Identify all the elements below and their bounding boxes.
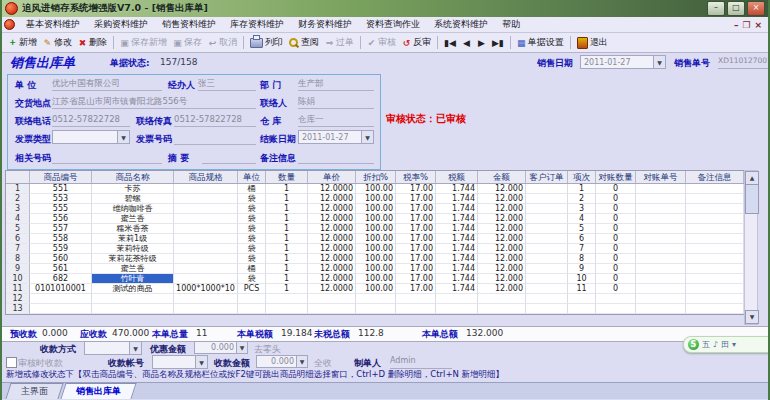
menu-item-3[interactable]: 库存资料维护	[223, 17, 291, 32]
column-header-unit[interactable]: 单位	[238, 171, 266, 183]
cell-unit[interactable]: 袋	[238, 214, 266, 224]
toolbar-button-查阅[interactable]: 查阅	[286, 35, 322, 50]
maximize-icon[interactable]: □	[727, 1, 745, 16]
column-header-price[interactable]: 单价	[308, 171, 356, 183]
cell-code[interactable]	[30, 294, 92, 304]
cell-spec[interactable]	[174, 224, 238, 234]
cell-code[interactable]: 561	[30, 264, 92, 274]
cell-recon_qty[interactable]	[596, 294, 636, 304]
cell-line[interactable]	[568, 304, 596, 314]
column-header-qty[interactable]: 数量	[266, 171, 308, 183]
cell-tax_rate[interactable]: 17.00	[396, 204, 436, 214]
cell-price[interactable]: 12.0000	[308, 184, 356, 194]
cell-discount[interactable]: 100.00	[356, 274, 396, 284]
cell-unit[interactable]: 袋	[238, 224, 266, 234]
cell-tax[interactable]: 1.744	[436, 194, 478, 204]
cell-cust_order[interactable]	[526, 294, 568, 304]
cell-name[interactable]: 糯米香茶	[92, 224, 174, 234]
cell-cust_order[interactable]	[526, 224, 568, 234]
cell-price[interactable]: 12.0000	[308, 284, 356, 294]
agent-field[interactable]: 张三	[198, 78, 256, 91]
cell-tax[interactable]: 1.744	[436, 204, 478, 214]
cell-no[interactable]: 3	[6, 204, 30, 214]
cell-tax[interactable]: 1.744	[436, 264, 478, 274]
cell-amount[interactable]: 12.000	[478, 254, 526, 264]
cell-tax[interactable]: 1.744	[436, 284, 478, 294]
department-field[interactable]: 生产部	[298, 78, 374, 91]
cell-price[interactable]: 12.0000	[308, 244, 356, 254]
cell-recon_no[interactable]	[636, 274, 686, 284]
cell-amount[interactable]	[478, 294, 526, 304]
cell-note[interactable]	[686, 234, 744, 244]
cell-unit[interactable]	[238, 304, 266, 314]
cell-name[interactable]: 测试的商品	[92, 284, 174, 294]
cell-cust_order[interactable]	[526, 254, 568, 264]
menu-item-2[interactable]: 销售资料维护	[155, 17, 223, 32]
sogou-input-icon[interactable]: S	[688, 339, 699, 350]
cell-amount[interactable]: 12.000	[478, 284, 526, 294]
tab-销售出库单[interactable]: 销售出库单	[60, 383, 136, 399]
cell-name[interactable]: 茉莉特级	[92, 244, 174, 254]
cell-name[interactable]: 卡苏	[92, 184, 174, 194]
cell-recon_no[interactable]	[636, 304, 686, 314]
payment-method-combo[interactable]: ▼	[84, 341, 142, 355]
cell-unit[interactable]: 桶	[238, 264, 266, 274]
cell-qty[interactable]: 1	[266, 204, 308, 214]
cell-qty[interactable]: 1	[266, 284, 308, 294]
cell-tax[interactable]: 1.744	[436, 234, 478, 244]
sale-date-combo[interactable]: 2011-01-27 ▼	[580, 55, 666, 69]
toolbar-button-保存新增[interactable]: ▣保存新增	[117, 35, 170, 50]
toolbar-button-last-record-icon[interactable]: ▶▮	[489, 37, 507, 49]
cell-name[interactable]: 茉莉1级	[92, 234, 174, 244]
cell-qty[interactable]: 1	[266, 194, 308, 204]
cell-qty[interactable]: 1	[266, 274, 308, 284]
cell-tax[interactable]: 1.744	[436, 274, 478, 284]
column-header-recon_qty[interactable]: 对账数量	[596, 171, 636, 183]
cell-recon_qty[interactable]: 0	[596, 264, 636, 274]
cell-tax_rate[interactable]: 17.00	[396, 284, 436, 294]
cell-no[interactable]: 11	[6, 284, 30, 294]
menu-item-5[interactable]: 资料查询作业	[359, 17, 427, 32]
cell-qty[interactable]: 1	[266, 224, 308, 234]
invoice-no-field[interactable]	[174, 132, 256, 145]
cell-no[interactable]: 1	[6, 184, 30, 194]
cell-line[interactable]: 5	[568, 224, 596, 234]
cell-recon_qty[interactable]: 0	[596, 214, 636, 224]
column-header-note[interactable]: 备注信息	[686, 171, 744, 183]
cell-tax[interactable]: 1.744	[436, 184, 478, 194]
cell-recon_no[interactable]	[636, 214, 686, 224]
summary-field[interactable]	[202, 151, 256, 164]
cell-note[interactable]	[686, 224, 744, 234]
toolbar-button-取消[interactable]: ↩取消	[205, 35, 240, 50]
cell-line[interactable]: 8	[568, 254, 596, 264]
vertical-scrollbar[interactable]: ▲ ▼	[744, 170, 758, 325]
cell-line[interactable]: 2	[568, 194, 596, 204]
column-header-name[interactable]: 商品名称	[92, 171, 174, 183]
cell-qty[interactable]: 1	[266, 244, 308, 254]
mdi-minimize-icon[interactable]: –	[734, 19, 739, 31]
wubi-mode-icon[interactable]: 五	[702, 338, 710, 351]
cell-discount[interactable]: 100.00	[356, 184, 396, 194]
scrollbar-thumb[interactable]	[745, 184, 759, 214]
cell-spec[interactable]	[174, 194, 238, 204]
cell-no[interactable]: 4	[6, 214, 30, 224]
cell-note[interactable]	[686, 244, 744, 254]
cell-tax_rate[interactable]: 17.00	[396, 254, 436, 264]
cell-code[interactable]: 551	[30, 184, 92, 194]
toolbar-button-审核[interactable]: ✔审核	[364, 35, 399, 50]
cell-cust_order[interactable]	[526, 244, 568, 254]
cell-note[interactable]	[686, 254, 744, 264]
tab-主界面[interactable]: 主界面	[5, 383, 63, 399]
cell-price[interactable]: 12.0000	[308, 214, 356, 224]
close-icon[interactable]: ×	[747, 1, 765, 16]
cell-note[interactable]	[686, 184, 744, 194]
cell-amount[interactable]: 12.000	[478, 244, 526, 254]
warehouse-field[interactable]: 仓库一	[298, 114, 374, 127]
cell-price[interactable]: 12.0000	[308, 254, 356, 264]
cell-tax[interactable]: 1.744	[436, 244, 478, 254]
cell-recon_no[interactable]	[636, 224, 686, 234]
cell-name[interactable]: 碧螺	[92, 194, 174, 204]
cell-no[interactable]: 9	[6, 264, 30, 274]
account-combo[interactable]: ▼	[152, 355, 208, 369]
cell-tax[interactable]: 1.744	[436, 214, 478, 224]
